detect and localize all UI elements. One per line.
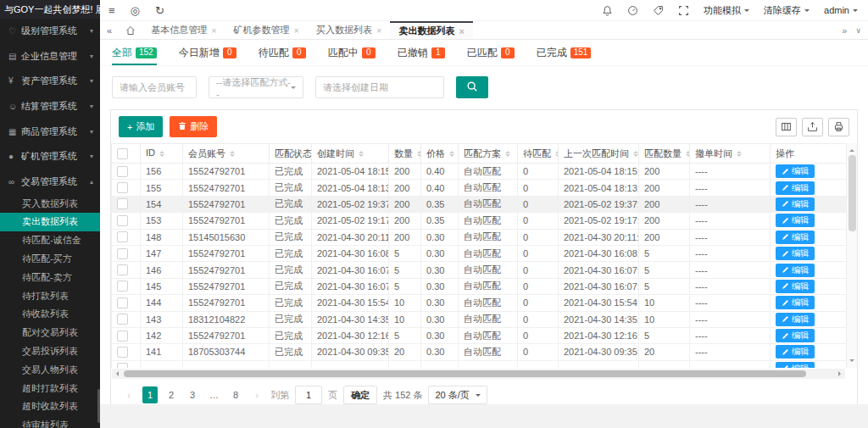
vertical-scroll-thumb[interactable] (849, 155, 856, 231)
sort-icon[interactable] (633, 148, 638, 159)
sort-icon[interactable] (505, 148, 510, 159)
sidebar-menu-item[interactable]: ¥资产管理系统▾ (0, 69, 100, 94)
row-checkbox[interactable] (117, 331, 128, 342)
sort-icon[interactable] (417, 148, 421, 159)
next-page-button[interactable]: › (249, 386, 264, 403)
tab-2[interactable]: 矿机参数管理× (225, 21, 308, 39)
sidebar-item-5[interactable]: 待匹配-卖方 (0, 268, 100, 286)
sidebar-item-12[interactable]: 超时收款列表 (0, 397, 100, 416)
row-checkbox[interactable] (117, 215, 128, 226)
sort-icon[interactable] (449, 148, 454, 159)
add-button[interactable]: + 添加 (119, 116, 163, 137)
sidebar-menu-item[interactable]: ●矿机管理系统▾ (0, 144, 100, 170)
vertical-scrollbar[interactable] (846, 143, 857, 368)
horizontal-scrollbar[interactable] (112, 369, 845, 379)
edit-button[interactable]: 编辑 (776, 181, 815, 195)
filter-tab-5[interactable]: 已撤销1 (398, 48, 445, 65)
search-button[interactable] (456, 76, 488, 98)
edit-button[interactable]: 编辑 (776, 362, 815, 368)
globe-icon[interactable]: ◎ (131, 5, 140, 16)
sidebar-item-4[interactable]: 待匹配-买方 (0, 250, 100, 269)
horizontal-scroll-thumb[interactable] (124, 370, 806, 377)
sidebar-menu-item[interactable]: ∞交易管理系统▴ (0, 170, 100, 195)
row-checkbox[interactable] (117, 198, 128, 209)
delete-button[interactable]: 删除 (170, 116, 217, 137)
fullscreen-icon[interactable] (678, 5, 689, 16)
sidebar-menu-item[interactable]: ♡级别管理系统▾ (0, 19, 100, 44)
filter-tab-4[interactable]: 匹配中0 (328, 48, 376, 65)
sort-icon[interactable] (737, 148, 742, 159)
filter-tab-2[interactable]: 今日新增0 (179, 48, 236, 65)
row-checkbox[interactable] (117, 297, 128, 308)
row-checkbox[interactable] (117, 281, 128, 292)
tab-3[interactable]: 买入数据列表× (308, 21, 390, 39)
edit-button[interactable]: 编辑 (776, 197, 815, 211)
page-number-1[interactable]: 1 (142, 386, 158, 403)
edit-button[interactable]: 编辑 (776, 247, 815, 260)
sidebar-menu-item[interactable]: ▦商品管理系统▾ (0, 119, 100, 144)
close-icon[interactable]: × (459, 26, 464, 36)
print-icon[interactable] (828, 118, 849, 136)
scroll-up-icon[interactable] (849, 147, 854, 152)
edit-button[interactable]: 编辑 (776, 296, 815, 309)
tab-4[interactable]: 卖出数据列表× (390, 21, 472, 39)
page-number-3[interactable]: 3 (185, 386, 200, 403)
sort-icon[interactable] (159, 148, 164, 159)
gauge-icon[interactable] (627, 5, 638, 16)
close-icon[interactable]: × (211, 25, 216, 36)
refresh-icon[interactable]: ↻ (155, 5, 164, 16)
close-icon[interactable]: × (294, 25, 299, 36)
export-icon[interactable] (802, 118, 823, 136)
goto-page-input[interactable] (295, 386, 322, 404)
tabs-more-icon[interactable]: ∨ (855, 26, 861, 35)
edit-button[interactable]: 编辑 (776, 329, 815, 342)
home-icon[interactable] (119, 21, 142, 39)
sidebar-item-3[interactable]: 待匹配-诚信金 (0, 231, 100, 250)
scroll-left-icon[interactable] (114, 371, 119, 376)
row-checkbox[interactable] (117, 363, 128, 368)
per-page-select[interactable]: 20 条/页 (428, 386, 487, 404)
sidebar-item-8[interactable]: 配对交易列表 (0, 324, 100, 342)
clear-cache-dropdown[interactable]: 清除缓存 (764, 4, 810, 17)
row-checkbox[interactable] (117, 248, 128, 259)
function-simulate-dropdown[interactable]: 功能模拟 (704, 4, 749, 17)
page-number-2[interactable]: 2 (164, 386, 179, 403)
row-checkbox[interactable] (117, 314, 128, 325)
prev-page-button[interactable]: ‹ (121, 386, 136, 403)
filter-tab-7[interactable]: 已完成151 (537, 48, 592, 65)
row-checkbox[interactable] (117, 231, 128, 242)
tab-1[interactable]: 基本信息管理× (142, 21, 225, 39)
sidebar-scrollbar[interactable] (97, 389, 100, 423)
collapse-left-icon[interactable]: « (100, 21, 119, 39)
select-all-checkbox[interactable] (117, 148, 128, 159)
create-date-input[interactable] (315, 76, 444, 98)
sort-icon[interactable] (359, 148, 364, 159)
edit-button[interactable]: 编辑 (776, 264, 815, 277)
edit-button[interactable]: 编辑 (776, 345, 815, 359)
menu-toggle-icon[interactable]: ≡ (108, 5, 115, 16)
confirm-button[interactable]: 确定 (343, 386, 377, 404)
scroll-right-icon[interactable] (838, 371, 843, 376)
sidebar-item-11[interactable]: 超时打款列表 (0, 379, 100, 397)
sidebar-menu-item[interactable]: ▤企业信息管理▾ (0, 44, 100, 69)
edit-button[interactable]: 编辑 (776, 280, 815, 293)
filter-tab-6[interactable]: 已匹配0 (467, 48, 515, 65)
sidebar-item-10[interactable]: 交易人物列表 (0, 360, 100, 379)
tag-icon[interactable] (653, 5, 664, 16)
sort-icon[interactable] (555, 148, 559, 159)
close-icon[interactable]: × (376, 25, 381, 36)
filter-tab-1[interactable]: 全部152 (112, 48, 157, 65)
row-checkbox[interactable] (117, 347, 128, 358)
row-checkbox[interactable] (117, 264, 128, 275)
page-number-8[interactable]: 8 (228, 386, 243, 403)
sidebar-item-13[interactable]: 待审核列表 (0, 416, 100, 428)
sidebar-item-2[interactable]: 卖出数据列表 (0, 213, 100, 231)
edit-button[interactable]: 编辑 (776, 214, 815, 227)
row-checkbox[interactable] (117, 166, 128, 177)
sort-icon[interactable] (686, 148, 690, 159)
edit-button[interactable]: 编辑 (776, 164, 815, 178)
sidebar-item-7[interactable]: 待收款列表 (0, 305, 100, 324)
sidebar-item-1[interactable]: 买入数据列表 (0, 194, 100, 213)
sidebar-item-9[interactable]: 交易投诉列表 (0, 342, 100, 361)
columns-filter-icon[interactable] (776, 118, 797, 136)
